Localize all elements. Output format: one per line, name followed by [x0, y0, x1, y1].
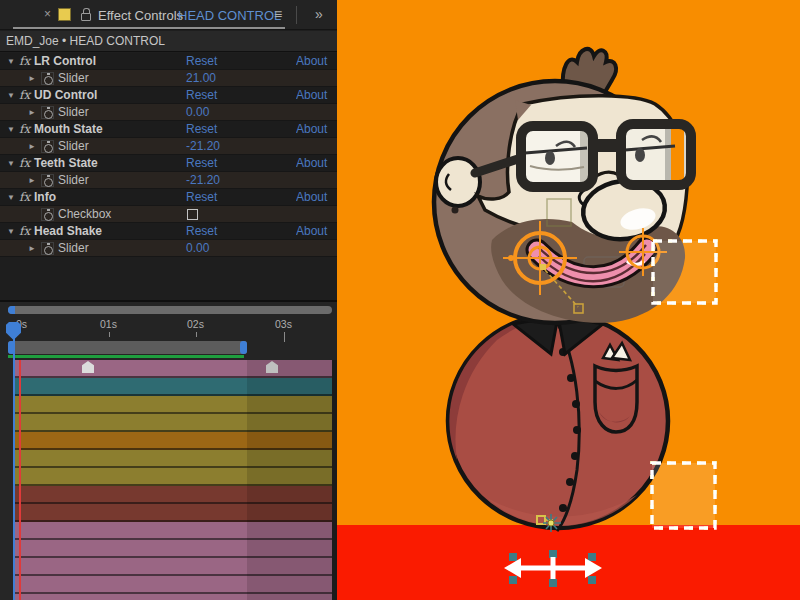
effect-header-lr-control[interactable]: ▼fxLR ControlResetAbout	[0, 53, 337, 70]
effect-property-ud-control[interactable]: ►Slider0.00	[0, 104, 337, 121]
disclosure-triangle-icon[interactable]: ►	[28, 104, 36, 121]
effect-header-head-shake[interactable]: ▼fxHead ShakeResetAbout	[0, 223, 337, 240]
composition-viewport[interactable]	[337, 0, 800, 600]
fx-badge-icon: fx	[19, 87, 30, 104]
scrollbar-cap[interactable]	[8, 306, 15, 314]
ruler-label-01s: 01s	[100, 318, 117, 330]
property-value[interactable]: -21.20	[186, 172, 220, 189]
effect-name: Mouth State	[34, 121, 103, 138]
close-panel-icon[interactable]: ×	[44, 7, 51, 21]
current-time-indicator-line[interactable]	[19, 360, 21, 600]
ruler-tick	[196, 332, 197, 337]
fx-badge-icon: fx	[19, 189, 30, 206]
comp-floor	[337, 525, 800, 600]
keyframe-marker[interactable]	[82, 361, 94, 373]
effects-list: ▼fxLR ControlResetAbout►Slider21.00▼fxUD…	[0, 53, 337, 257]
tab-separator	[296, 6, 297, 24]
breadcrumb-layer: HEAD CONTROL	[70, 34, 165, 48]
panel-tab-bar: × Effect Controls HEAD CONTROL ≡ »	[0, 0, 337, 30]
reset-link[interactable]: Reset	[186, 189, 217, 206]
active-tab-underline	[13, 27, 285, 29]
disclosure-triangle-icon[interactable]: ►	[28, 138, 36, 155]
character-body[interactable]	[448, 314, 668, 531]
effect-header-mouth-state[interactable]: ▼fxMouth StateResetAbout	[0, 121, 337, 138]
property-label: Slider	[58, 70, 89, 87]
about-link[interactable]: About	[296, 87, 329, 104]
property-label: Checkbox	[58, 206, 111, 223]
effect-property-mouth-state[interactable]: ►Slider-21.20	[0, 138, 337, 155]
effect-name: Teeth State	[34, 155, 98, 172]
selection-box-upper[interactable]	[653, 241, 716, 303]
reset-link[interactable]: Reset	[186, 155, 217, 172]
about-link[interactable]: About	[296, 121, 329, 138]
panel-menu-icon[interactable]: ≡	[274, 6, 282, 22]
property-value[interactable]: 21.00	[186, 70, 216, 87]
stopwatch-icon[interactable]	[41, 140, 54, 153]
property-checkbox[interactable]	[187, 209, 198, 220]
about-link[interactable]: About	[296, 53, 329, 70]
about-link[interactable]: About	[296, 223, 329, 240]
tab-effect-controls[interactable]: Effect Controls	[98, 8, 183, 23]
effect-name: Info	[34, 189, 56, 206]
selection-box-lower[interactable]	[652, 463, 715, 528]
reset-link[interactable]: Reset	[186, 87, 217, 104]
lock-icon[interactable]	[81, 13, 91, 21]
timeline-horizontal-scrollbar[interactable]	[8, 306, 332, 314]
effect-header-ud-control[interactable]: ▼fxUD ControlResetAbout	[0, 87, 337, 104]
effect-property-info[interactable]: Checkbox	[0, 206, 337, 223]
work-area-end-handle[interactable]	[240, 341, 247, 354]
disclosure-triangle-icon[interactable]: ▼	[7, 223, 15, 240]
ear	[436, 158, 480, 206]
stopwatch-icon[interactable]	[41, 174, 54, 187]
outside-work-area-shade	[247, 360, 332, 600]
effect-property-lr-control[interactable]: ►Slider21.00	[0, 70, 337, 87]
ruler-tick	[284, 332, 285, 342]
layer-gutter	[0, 360, 14, 600]
property-label: Slider	[58, 104, 89, 121]
stopwatch-icon[interactable]	[41, 106, 54, 119]
disclosure-triangle-icon[interactable]: ►	[28, 70, 36, 87]
panel-overflow-icon[interactable]: »	[315, 6, 321, 22]
fx-badge-icon: fx	[19, 121, 30, 138]
layer-bars-area	[0, 360, 337, 600]
ruler-label-02s: 02s	[187, 318, 204, 330]
disclosure-triangle-icon[interactable]: ▼	[7, 189, 15, 206]
stopwatch-icon[interactable]	[41, 72, 54, 85]
effect-name: Head Shake	[34, 223, 102, 240]
stopwatch-icon[interactable]	[41, 208, 54, 221]
property-value[interactable]: -21.20	[186, 138, 220, 155]
property-value[interactable]: 0.00	[186, 104, 209, 121]
earring	[452, 207, 459, 214]
breadcrumb-source[interactable]: EMD_Joe	[6, 34, 59, 48]
stopwatch-icon[interactable]	[41, 242, 54, 255]
playhead-line[interactable]	[13, 338, 15, 600]
reset-link[interactable]: Reset	[186, 121, 217, 138]
effect-property-teeth-state[interactable]: ►Slider-21.20	[0, 172, 337, 189]
tab-layer-name[interactable]: HEAD CONTROL	[178, 8, 281, 23]
disclosure-triangle-icon[interactable]: ▼	[7, 53, 15, 70]
work-area-bar[interactable]	[8, 341, 247, 354]
fx-badge-icon: fx	[19, 155, 30, 172]
effect-header-info[interactable]: ▼fxInfoResetAbout	[0, 189, 337, 206]
fx-badge-icon: fx	[19, 223, 30, 240]
disclosure-triangle-icon[interactable]: ▼	[7, 155, 15, 172]
after-effects-window: × Effect Controls HEAD CONTROL ≡ » EMD_J…	[0, 0, 800, 600]
disclosure-triangle-icon[interactable]: ▼	[7, 121, 15, 138]
layer-color-swatch	[58, 8, 71, 21]
about-link[interactable]: About	[296, 189, 329, 206]
effect-property-head-shake[interactable]: ►Slider0.00	[0, 240, 337, 257]
reset-link[interactable]: Reset	[186, 223, 217, 240]
disclosure-triangle-icon[interactable]: ►	[28, 172, 36, 189]
property-label: Slider	[58, 138, 89, 155]
effect-controls-panel: × Effect Controls HEAD CONTROL ≡ » EMD_J…	[0, 0, 337, 600]
playhead-handle[interactable]	[6, 322, 21, 340]
disclosure-triangle-icon[interactable]: ▼	[7, 87, 15, 104]
property-value[interactable]: 0.00	[186, 240, 209, 257]
property-label: Slider	[58, 172, 89, 189]
effect-name: LR Control	[34, 53, 96, 70]
about-link[interactable]: About	[296, 155, 329, 172]
breadcrumb: EMD_Joe • HEAD CONTROL	[0, 31, 337, 52]
reset-link[interactable]: Reset	[186, 53, 217, 70]
effect-header-teeth-state[interactable]: ▼fxTeeth StateResetAbout	[0, 155, 337, 172]
disclosure-triangle-icon[interactable]: ►	[28, 240, 36, 257]
